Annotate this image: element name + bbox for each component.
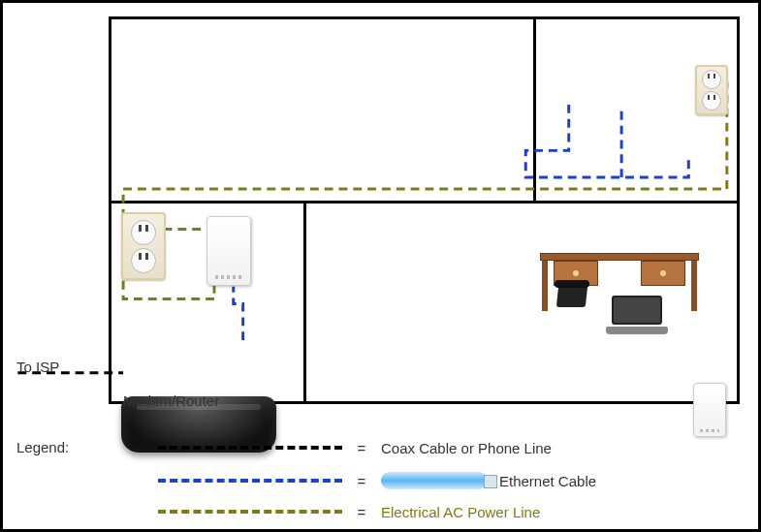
legend-text: Coax Cable or Phone Line bbox=[381, 440, 552, 456]
wire-ethernet bbox=[525, 99, 688, 177]
legend-row-coax: = Coax Cable or Phone Line bbox=[158, 435, 552, 460]
laptop-icon bbox=[606, 296, 668, 334]
wall-interior bbox=[533, 16, 536, 203]
equals-sign: = bbox=[354, 473, 369, 489]
receptacle-icon bbox=[702, 70, 721, 89]
equals-sign: = bbox=[354, 440, 369, 456]
legend-title: Legend: bbox=[16, 439, 69, 455]
diagram-stage: To ISP Modem/Router Legend: = Coax Cable… bbox=[16, 16, 745, 516]
legend-row-ac: = Electrical AC Power Line bbox=[158, 499, 540, 524]
powerline-adapter bbox=[206, 216, 251, 286]
ethernet-cable-icon bbox=[381, 472, 488, 489]
label-to-isp: To ISP bbox=[16, 359, 59, 375]
legend-row-ethernet: = Ethernet Cable bbox=[158, 468, 596, 493]
legend-text: Electrical AC Power Line bbox=[381, 504, 540, 520]
ip-phone-icon bbox=[557, 286, 587, 307]
swatch-black-dashed bbox=[158, 446, 342, 450]
wall-outlet bbox=[695, 65, 728, 115]
equals-sign: = bbox=[354, 504, 369, 520]
wall-outlet bbox=[121, 212, 166, 280]
wall-interior bbox=[303, 201, 306, 404]
wall-interior bbox=[109, 201, 740, 203]
swatch-olive-dashed bbox=[158, 510, 342, 514]
receptacle-icon bbox=[131, 248, 156, 273]
receptacle-icon bbox=[702, 91, 721, 110]
wall bbox=[737, 16, 740, 404]
wall bbox=[109, 16, 740, 19]
swatch-blue-dashed bbox=[158, 479, 342, 483]
legend-text: Ethernet Cable bbox=[499, 473, 596, 489]
label-modem-router: Modem/Router bbox=[123, 392, 219, 409]
wire-ethernet bbox=[234, 287, 243, 340]
powerline-adapter bbox=[693, 383, 726, 437]
receptacle-icon bbox=[131, 220, 156, 245]
wall bbox=[109, 16, 111, 404]
